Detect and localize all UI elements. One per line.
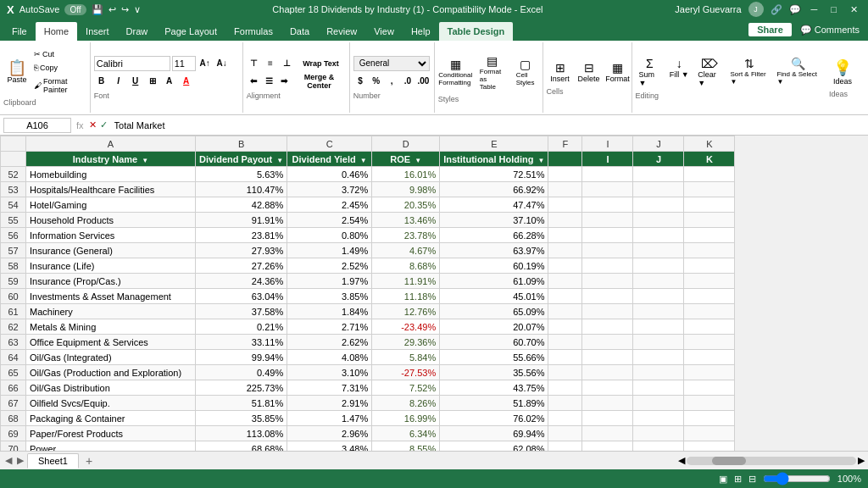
industry-name-cell[interactable]: Investments & Asset Management [26,289,196,304]
dividend-payout-cell[interactable]: 99.94% [196,350,287,365]
zoom-slider[interactable] [763,474,831,483]
inst-holding-cell[interactable]: 60.70% [440,335,548,350]
scroll-right-icon[interactable]: ▶ [858,455,865,466]
format-button[interactable]: ▦ Format [604,59,632,85]
wrap-text-button[interactable]: Wrap Text [296,56,345,71]
dividend-payout-header[interactable]: Dividend Payout ▼ [196,152,287,167]
dividend-payout-cell[interactable]: 68.68% [196,441,287,452]
industry-name-cell[interactable]: Oilfield Svcs/Equip. [26,396,196,411]
sort-filter-button[interactable]: ⇅ Sort & Filter ▼ [726,55,771,89]
fill-color-button[interactable]: A [162,74,177,89]
industry-name-cell[interactable]: Oil/Gas (Production and Exploration) [26,365,196,380]
tab-view[interactable]: View [365,22,403,41]
dividend-payout-cell[interactable]: 42.88% [196,197,287,213]
roe-cell[interactable]: 4.67% [372,243,440,258]
cut-button[interactable]: ✂Cut [32,48,86,60]
industry-name-cell[interactable]: Oil/Gas (Integrated) [26,350,196,365]
industry-name-header[interactable]: Industry Name ▼ [26,152,196,167]
dividend-yield-cell[interactable]: 1.47% [287,411,372,426]
view-page-layout-icon[interactable]: ⊞ [734,474,742,485]
inst-holding-cell[interactable]: 35.56% [440,365,548,380]
col-e-header[interactable]: E [440,136,548,152]
italic-button[interactable]: I [111,74,126,89]
roe-cell[interactable]: 20.35% [372,197,440,213]
dividend-yield-cell[interactable]: 2.62% [287,335,372,350]
autosave-toggle[interactable]: Off [64,4,86,15]
roe-cell[interactable]: 8.55% [372,441,440,452]
scrollbar-thumb[interactable] [712,457,746,465]
tab-formulas[interactable]: Formulas [225,22,281,41]
next-sheet-icon[interactable]: ▶ [15,455,25,466]
dividend-payout-cell[interactable]: 0.21% [196,319,287,335]
inst-holding-cell[interactable]: 37.10% [440,213,548,228]
industry-name-cell[interactable]: Packaging & Container [26,411,196,426]
dividend-payout-cell[interactable]: 51.81% [196,396,287,411]
comma-button[interactable]: , [385,74,399,89]
dividend-yield-cell[interactable]: 0.80% [287,228,372,243]
redo-icon[interactable]: ↪ [121,4,129,15]
comments-icon[interactable]: 💬 [789,4,801,15]
view-normal-icon[interactable]: ▣ [719,474,727,485]
roe-cell[interactable]: 7.52% [372,380,440,396]
inst-holding-cell[interactable]: 69.94% [440,426,548,441]
industry-name-cell[interactable]: Machinery [26,304,196,319]
dividend-yield-cell[interactable]: 4.08% [287,350,372,365]
div-payout-filter-icon[interactable]: ▼ [276,157,283,164]
roe-cell[interactable]: 6.34% [372,426,440,441]
dividend-yield-cell[interactable]: 3.10% [287,365,372,380]
roe-cell[interactable]: 13.46% [372,213,440,228]
dividend-payout-cell[interactable]: 27.93% [196,243,287,258]
align-center-button[interactable]: ☰ [262,74,275,89]
dividend-payout-cell[interactable]: 63.04% [196,289,287,304]
share-icon[interactable]: 🔗 [771,4,782,15]
div-yield-filter-icon[interactable]: ▼ [360,157,367,164]
industry-name-cell[interactable]: Office Equipment & Services [26,335,196,350]
dividend-payout-cell[interactable]: 33.11% [196,335,287,350]
dividend-yield-cell[interactable]: 2.54% [287,213,372,228]
horizontal-scrollbar[interactable] [687,457,856,465]
customize-icon[interactable]: ∨ [134,4,141,15]
inst-holding-cell[interactable]: 43.75% [440,380,548,396]
industry-name-cell[interactable]: Paper/Forest Products [26,426,196,441]
tab-file[interactable]: File [3,22,36,41]
table-container[interactable]: A B C D E F I J K Industry Name ▼ Divide… [0,136,868,451]
col-h-header[interactable]: J [633,136,684,152]
increase-font-button[interactable]: A↑ [198,56,213,71]
roe-cell[interactable]: 16.99% [372,411,440,426]
dividend-payout-cell[interactable]: 27.26% [196,258,287,274]
roe-cell[interactable]: 23.78% [372,228,440,243]
insert-button[interactable]: ⊞ Insert [547,59,574,85]
font-color-button[interactable]: A [179,74,194,89]
number-format-select[interactable]: General [353,56,430,71]
col-b-header[interactable]: B [196,136,287,152]
inst-holding-cell[interactable]: 72.51% [440,167,548,182]
dividend-yield-cell[interactable]: 7.31% [287,380,372,396]
inst-holding-cell[interactable]: 65.09% [440,304,548,319]
industry-name-cell[interactable]: Information Services [26,228,196,243]
cancel-icon[interactable]: ✕ [89,119,97,130]
inst-holding-cell[interactable]: 47.47% [440,197,548,213]
save-icon[interactable]: 💾 [92,4,103,15]
tab-draw[interactable]: Draw [118,22,157,41]
industry-name-cell[interactable]: Insurance (General) [26,243,196,258]
inst-holding-cell[interactable]: 76.02% [440,411,548,426]
inst-holding-cell[interactable]: 63.97% [440,243,548,258]
cell-styles-button[interactable]: ▢ CellStyles [512,56,539,88]
dividend-yield-cell[interactable]: 2.91% [287,396,372,411]
col-c-header[interactable]: C [287,136,372,152]
industry-name-cell[interactable]: Homebuilding [26,167,196,182]
dividend-payout-cell[interactable]: 5.63% [196,167,287,182]
dividend-yield-cell[interactable]: 3.72% [287,182,372,197]
roe-cell[interactable]: 8.68% [372,258,440,274]
dividend-payout-cell[interactable]: 23.81% [196,228,287,243]
dividend-payout-cell[interactable]: 110.47% [196,182,287,197]
cell-reference-input[interactable] [3,118,71,133]
minimize-btn[interactable]: ─ [808,4,821,14]
col-f-header[interactable]: F [548,136,582,152]
dividend-yield-cell[interactable]: 1.49% [287,243,372,258]
tab-insert[interactable]: Insert [77,22,118,41]
industry-name-cell[interactable]: Insurance (Life) [26,258,196,274]
paste-button[interactable]: 📋 Paste [3,58,31,86]
tab-help[interactable]: Help [403,22,439,41]
find-select-button[interactable]: 🔍 Find & Select ▼ [773,55,822,89]
